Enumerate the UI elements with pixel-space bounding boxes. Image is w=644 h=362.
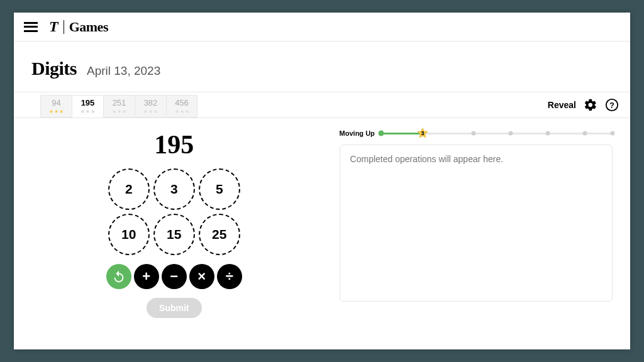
progress-node bbox=[545, 131, 550, 136]
number-tile[interactable]: 15 bbox=[153, 214, 195, 255]
tab-label: 251 bbox=[113, 98, 126, 107]
puzzle-tab-456[interactable]: 456 ★★★ bbox=[166, 95, 197, 118]
tab-label: 195 bbox=[81, 98, 95, 107]
plus-icon[interactable]: + bbox=[134, 264, 159, 289]
puzzle-tab-382[interactable]: 382 ★★★ bbox=[135, 95, 166, 118]
puzzle-tab-251[interactable]: 251 ★★★ bbox=[103, 95, 135, 118]
game-title: Digits bbox=[31, 58, 77, 79]
main-area: 195 2 3 5 10 15 25 + − × ÷ Submit bbox=[14, 118, 630, 351]
progress-node bbox=[472, 131, 476, 136]
number-tile[interactable]: 5 bbox=[199, 168, 240, 210]
progress-star-value: 3 bbox=[421, 130, 425, 136]
tab-stars: ★★★ bbox=[49, 109, 64, 114]
page-header: Digits April 13, 2023 bbox=[14, 41, 630, 92]
progress-node bbox=[610, 131, 614, 136]
play-panel: 195 2 3 5 10 15 25 + − × ÷ Submit bbox=[14, 129, 335, 351]
submit-button[interactable]: Submit bbox=[147, 298, 201, 318]
logo-divider bbox=[64, 20, 64, 34]
operations-row: + − × ÷ bbox=[106, 264, 242, 289]
tab-stars: ★★★ bbox=[80, 109, 95, 114]
app-window: T Games Digits April 13, 2023 94 ★★★ 195… bbox=[14, 13, 630, 349]
nyt-t-logo: T bbox=[49, 18, 58, 35]
menu-icon[interactable] bbox=[24, 22, 38, 32]
tab-stars: ★★★ bbox=[112, 109, 126, 114]
progress-node bbox=[582, 131, 587, 136]
number-tile[interactable]: 25 bbox=[199, 214, 240, 255]
divide-icon[interactable]: ÷ bbox=[217, 264, 242, 289]
puzzle-tab-94[interactable]: 94 ★★★ bbox=[40, 95, 72, 118]
target-number: 195 bbox=[154, 129, 194, 160]
progress-node bbox=[378, 131, 384, 136]
puzzle-date: April 13, 2023 bbox=[87, 64, 160, 78]
multiply-icon[interactable]: × bbox=[189, 264, 214, 289]
number-grid: 2 3 5 10 15 25 bbox=[108, 168, 240, 255]
tab-label: 382 bbox=[144, 98, 158, 107]
reveal-button[interactable]: Reveal bbox=[548, 100, 576, 110]
tabbar-right: Reveal ? bbox=[548, 98, 619, 112]
number-tile[interactable]: 10 bbox=[108, 214, 150, 255]
operations-log: Completed operations will appear here. bbox=[340, 145, 613, 302]
puzzle-tabbar: 94 ★★★ 195 ★★★ 251 ★★★ 382 ★★★ 456 ★★★ R… bbox=[14, 92, 630, 118]
puzzle-tabs: 94 ★★★ 195 ★★★ 251 ★★★ 382 ★★★ 456 ★★★ bbox=[40, 93, 197, 118]
puzzle-tab-195[interactable]: 195 ★★★ bbox=[72, 95, 103, 118]
svg-text:?: ? bbox=[609, 101, 614, 110]
progress-node bbox=[508, 131, 513, 136]
minus-icon[interactable]: − bbox=[162, 264, 187, 289]
tab-label: 456 bbox=[175, 98, 189, 107]
number-tile[interactable]: 3 bbox=[153, 168, 195, 210]
logo[interactable]: T Games bbox=[49, 18, 108, 35]
undo-icon[interactable] bbox=[106, 264, 131, 289]
number-tile[interactable]: 2 bbox=[108, 168, 150, 210]
tab-stars: ★★★ bbox=[175, 109, 189, 114]
gear-icon[interactable] bbox=[584, 98, 597, 112]
games-wordmark: Games bbox=[69, 19, 108, 35]
progress-star-icon: 3 bbox=[416, 127, 429, 140]
progress-label: Moving Up bbox=[340, 129, 375, 137]
log-placeholder: Completed operations will appear here. bbox=[350, 154, 504, 164]
tab-stars: ★★★ bbox=[143, 109, 158, 114]
side-panel: Moving Up 3 Completed operations wil bbox=[335, 129, 630, 351]
tab-label: 94 bbox=[52, 98, 60, 107]
topbar: T Games bbox=[14, 13, 630, 41]
progress-track: 3 bbox=[381, 133, 613, 134]
progress-bar: Moving Up 3 bbox=[340, 129, 613, 137]
help-icon[interactable]: ? bbox=[605, 98, 619, 112]
